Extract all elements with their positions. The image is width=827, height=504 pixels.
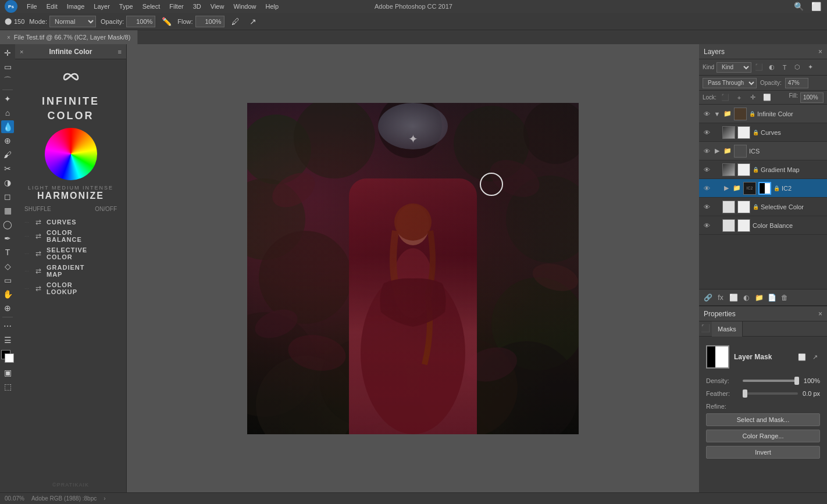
eraser-tool[interactable]: ◻ [1, 190, 14, 203]
select-mask-btn[interactable]: Select and Mask... [706, 413, 820, 426]
properties-close[interactable]: × [818, 310, 822, 318]
smart-filter-icon[interactable]: ✦ [805, 62, 815, 73]
tab-close-icon[interactable]: × [7, 34, 10, 41]
shuffle-label[interactable]: SHUFFLE [24, 206, 51, 212]
path-tool[interactable]: ◇ [1, 260, 14, 273]
selective-shuffle-icon[interactable]: ⇄ [35, 250, 42, 257]
fx-btn[interactable]: fx [715, 292, 726, 303]
mask-apply-icon[interactable]: ⬜ [797, 352, 807, 362]
menu-window[interactable]: Window [233, 3, 256, 10]
plugin-layer-selective[interactable]: ⋯ ⇄ SELECTIVECOLOR [20, 245, 122, 262]
kind-select[interactable]: Kind [717, 62, 751, 73]
tab-masks[interactable]: Masks [712, 321, 743, 337]
blend-mode-select[interactable]: Pass Through [703, 78, 757, 88]
plugin-layer-gradient[interactable]: ⋯ ⇄ GRADIENTMAP [20, 262, 122, 280]
colorbalance-shuffle-icon[interactable]: ⇄ [35, 233, 42, 240]
menu-filter[interactable]: Filter [169, 3, 183, 10]
quick-mask-toggle[interactable]: ▣ [1, 366, 14, 379]
layer-selective-color[interactable]: 👁 🔒 Selective Color [699, 198, 827, 216]
canvas-document[interactable]: ✦ [247, 103, 579, 434]
dodge-tool[interactable]: ◯ [1, 218, 14, 231]
flow-input[interactable] [195, 16, 224, 27]
mode-select[interactable]: Normal [49, 16, 96, 27]
eyedropper-tool[interactable]: 💧 [1, 120, 14, 133]
mask-link-icon[interactable]: ↗ [810, 352, 820, 362]
text-tool[interactable]: T [1, 246, 14, 259]
feather-thumb[interactable] [743, 389, 747, 398]
add-adjustment-btn[interactable]: ◐ [741, 292, 751, 303]
mask-thumbnail[interactable] [706, 345, 729, 369]
lock-gradient-icon[interactable]: + [734, 92, 744, 103]
type-filter-icon[interactable]: T [779, 62, 790, 73]
shape-tool[interactable]: ▭ [1, 274, 14, 287]
layer-curves[interactable]: 👁 🔒 Curves [699, 123, 827, 142]
layer-eye-selective[interactable]: 👁 [703, 203, 711, 211]
layers-list[interactable]: 👁 ▼ 📁 🔒 Infinite Color 👁 🔒 [699, 105, 827, 289]
hand-tool[interactable]: ✋ [1, 288, 14, 301]
link-layers-btn[interactable]: 🔗 [703, 292, 713, 303]
new-layer-btn[interactable]: 📄 [767, 292, 777, 303]
opacity-input[interactable] [126, 16, 155, 27]
document-tab[interactable]: × File Test.tif @ 66.7% (IC2, Layer Mask… [0, 30, 138, 44]
pen-tool[interactable]: ✒ [1, 232, 14, 245]
density-slider[interactable] [743, 380, 799, 382]
brush-settings-icon[interactable]: ✏️ [160, 15, 173, 28]
healing-tool[interactable]: ⊕ [1, 134, 14, 147]
menu-select[interactable]: Select [142, 3, 161, 10]
layer-color-balance[interactable]: 👁 Color Balance [699, 216, 827, 235]
menu-help[interactable]: Help [266, 3, 279, 10]
lock-pixel-icon[interactable]: ⬛ [720, 92, 730, 103]
brush-angle-icon[interactable]: ↗ [247, 15, 259, 28]
menu-image[interactable]: Image [67, 3, 85, 10]
background-color[interactable] [5, 353, 14, 363]
layer-eye-curves[interactable]: 👁 [703, 128, 711, 137]
search-icon[interactable]: 🔍 [792, 0, 805, 13]
canvas-area[interactable]: ✦ [127, 44, 699, 492]
magic-wand-tool[interactable]: ✦ [1, 92, 14, 105]
pixel-filter-icon[interactable]: ⬛ [754, 62, 764, 73]
layers-panel-close[interactable]: × [818, 48, 822, 56]
feather-slider[interactable] [743, 392, 798, 395]
layer-gradient-map[interactable]: 👁 🔒 Gradient Map [699, 160, 827, 179]
layer-eye-infinite[interactable]: 👁 [703, 110, 711, 118]
invert-btn[interactable]: Invert [706, 446, 820, 459]
plugin-layer-lookup[interactable]: ⋯ ⇄ COLORLOOKUP [20, 280, 122, 297]
layer-expand-ics[interactable]: ▶ [713, 147, 721, 155]
extra-tools-2[interactable]: ☰ [1, 334, 14, 346]
properties-mask-icon[interactable]: ⬛ [699, 321, 712, 334]
adjustment-filter-icon[interactable]: ◐ [767, 62, 777, 73]
menu-edit[interactable]: Edit [47, 3, 58, 10]
menu-view[interactable]: View [211, 3, 224, 10]
layer-thumb-mask-ic2[interactable] [758, 182, 771, 195]
menu-type[interactable]: Type [119, 3, 133, 10]
brush-tool[interactable]: 🖌 [1, 148, 14, 161]
extra-tools[interactable]: ⋯ [1, 320, 14, 333]
new-group-btn[interactable]: 📁 [754, 292, 764, 303]
menu-layer[interactable]: Layer [94, 3, 110, 10]
layer-ic2[interactable]: 👁 ▶ 📁 IC2 🔒 IC2 [699, 179, 827, 198]
plugin-layer-curves[interactable]: ⋯ ⇄ CURVES [20, 217, 122, 227]
layer-expand-ic2[interactable]: ▶ [722, 184, 730, 192]
lookup-shuffle-icon[interactable]: ⇄ [35, 285, 42, 292]
density-thumb[interactable] [794, 377, 799, 385]
zoom-tool[interactable]: ⊕ [1, 302, 14, 314]
menu-3d[interactable]: 3D [193, 3, 201, 10]
shape-filter-icon[interactable]: ⬡ [792, 62, 803, 73]
clone-tool[interactable]: ✂ [1, 162, 14, 175]
gradient-shuffle-icon[interactable]: ⇄ [35, 267, 42, 274]
plugin-menu-icon[interactable]: ≡ [118, 48, 122, 55]
layer-ics[interactable]: 👁 ▶ 📁 ICS [699, 142, 827, 160]
layer-eye-gradient[interactable]: 👁 [703, 166, 711, 174]
gradient-tool[interactable]: ▦ [1, 204, 14, 217]
history-tool[interactable]: ◑ [1, 176, 14, 189]
status-arrow[interactable]: › [104, 495, 105, 502]
opacity-field[interactable] [785, 78, 808, 88]
delete-layer-btn[interactable]: 🗑 [779, 292, 790, 303]
move-tool[interactable]: ✛ [1, 47, 14, 59]
lock-artboard-icon[interactable]: ⬜ [762, 92, 772, 103]
plugin-layer-colorbalance[interactable]: ⋯ ⇄ COLORBALANCE [20, 227, 122, 245]
onoff-label[interactable]: ON/OFF [95, 206, 117, 212]
color-swatches[interactable] [1, 350, 14, 363]
create-button-container[interactable]: CREATE [45, 128, 97, 180]
layer-expand-icon[interactable]: ▼ [713, 110, 721, 118]
